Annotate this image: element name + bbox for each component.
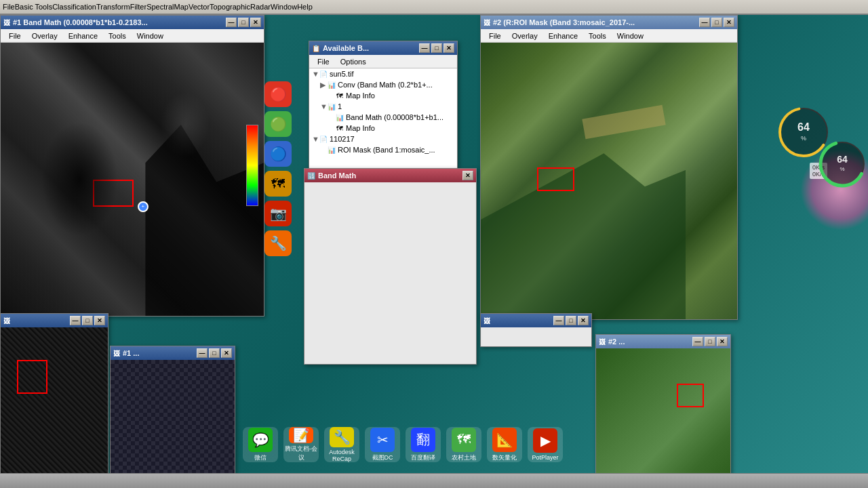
app-btn-4[interactable]: 🗺 [264,171,292,197]
menu-basic-tools[interactable]: Basic Tools [15,3,52,11]
roi-main-minimize[interactable]: — [699,18,710,27]
dock-wechat[interactable]: 💬 微信 [243,427,278,462]
envi-main-titlebar: 🖼 #1 Band Math (0.00008*b1*b1-0.2183... … [1,16,264,29]
roi-enhance[interactable]: Enhance [543,30,583,41]
satellite-color-image[interactable] [481,43,737,319]
menu-transform[interactable]: Transform [96,3,130,11]
sw2-minimize[interactable]: — [197,348,208,358]
left-app-buttons: 🔴 🟢 🔵 🗺 📷 🔧 [264,81,292,256]
dock-tencent-docs[interactable]: 📝 腾讯文档-会议 [283,427,319,462]
roi-window[interactable]: Window [612,30,649,41]
envi-enhance[interactable]: Enhance [63,30,103,41]
roi-overlay[interactable]: Overlay [507,30,543,41]
menu-map[interactable]: Map [174,3,189,11]
sw4-close[interactable]: ✕ [717,337,728,346]
tree-label-0: sun5.tif [330,70,353,78]
menu-radar[interactable]: Radar [250,3,271,11]
envi-window[interactable]: Window [132,30,169,41]
app-btn-5[interactable]: 📷 [264,201,292,226]
roi-tools[interactable]: Tools [583,30,612,41]
dock-data-tool[interactable]: 📐 数矢量化 [487,427,522,462]
map-icon-1: 🗺 [335,91,344,100]
selection-rectangle-3 [17,360,47,394]
app-btn-1[interactable]: 🔴 [264,81,292,107]
menu-classification[interactable]: Classification [52,3,96,11]
menu-filter[interactable]: Filter [130,3,146,11]
small-window-3-titlebar: 🖼 — □ ✕ [481,314,591,327]
band-math-close[interactable]: ✕ [462,171,473,180]
available-bands-minimize[interactable]: — [419,43,430,53]
tree-item-sun5[interactable]: ▼ 📄 sun5.tif [309,68,457,79]
menu-help[interactable]: Help [297,3,313,11]
band-icon-7: 📊 [327,145,336,155]
file-icon-6: 📄 [319,134,328,144]
envi-overlay[interactable]: Overlay [26,30,63,41]
dock-baidu-translate[interactable]: 翻 百度翻译 [406,427,441,462]
menu-file[interactable]: File [3,3,15,11]
maps-icon: 🗺 [452,428,476,452]
roi-main-close[interactable]: ✕ [724,18,734,27]
sw4-minimize[interactable]: — [692,337,703,346]
satellite-bw-image[interactable]: + [1,43,264,316]
small-window-2-controls: — □ ✕ [197,348,232,358]
app-btn-2[interactable]: 🟢 [264,111,292,137]
tree-item-bandmath[interactable]: 📊 Band Math (0.00008*b1+b1... [309,112,457,123]
tree-item-mapinfo-1[interactable]: 🗺 Map Info [309,90,457,101]
band-math-content [304,182,476,364]
sw2-close[interactable]: ✕ [221,348,232,358]
data-tool-label: 数矢量化 [492,453,517,462]
menu-spectral[interactable]: Spectral [146,3,174,11]
app-btn-6[interactable]: 🔧 [264,230,292,256]
sat-small-bw-image[interactable] [1,327,108,488]
available-bands-close[interactable]: ✕ [443,43,454,53]
dock-autodesk[interactable]: 🔧 Autodesk ReCap [324,427,359,462]
app-btn-3[interactable]: 🔵 [264,141,292,167]
sw2-maximize[interactable]: □ [209,348,220,358]
envi-main-menubar: File Overlay Enhance Tools Window [1,29,264,43]
available-bands-maximize[interactable]: □ [431,43,442,53]
tree-item-conv[interactable]: ▶ 📊 Conv (Band Math (0.2*b1+... [309,79,457,90]
small-window-2-titlebar: 🖼 #1 ... — □ ✕ [111,346,235,360]
tree-item-1[interactable]: ▼ 📊 1 [309,101,457,112]
screenshot-label: 截图DC [372,453,393,462]
envi-file[interactable]: File [3,30,26,41]
tree-label-2: Map Info [346,92,375,100]
sw1-minimize[interactable]: — [70,316,81,325]
roi-main-maximize[interactable]: □ [711,18,722,27]
app-icon-4: 🗺 [271,176,285,192]
tree-item-roimask[interactable]: 📊 ROI Mask (Band 1:mosaic_... [309,144,457,155]
color-ramp-legend [246,125,258,206]
band-icon-1: 📊 [327,80,336,89]
small-window-3: 🖼 — □ ✕ [480,313,592,347]
tree-item-mapinfo-2[interactable]: 🗺 Map Info [309,123,457,134]
envi-main-minimize[interactable]: — [226,18,237,27]
tree-item-110217[interactable]: ▼ 📄 110217 [309,134,457,144]
envi-main-window: 🖼 #1 Band Math (0.00008*b1*b1-0.2183... … [0,15,264,317]
roi-file[interactable]: File [484,30,507,41]
dock-potplayer[interactable]: ▶ PotPlayer [528,427,563,462]
small-window-2: 🖼 #1 ... — □ ✕ [110,346,235,488]
envi-tools[interactable]: Tools [103,30,132,41]
sw3-minimize[interactable]: — [553,316,564,325]
dock-maps[interactable]: 🗺 农村土地 [446,427,481,462]
menu-window[interactable]: Window [271,3,297,11]
envi-main-controls: — □ ✕ [226,18,261,27]
top-menubar: File Basic Tools Classification Transfor… [0,0,868,15]
sw3-close[interactable]: ✕ [578,316,589,325]
envi-main-maximize[interactable]: □ [238,18,249,27]
avail-options[interactable]: Options [335,56,372,67]
avail-file[interactable]: File [312,56,335,67]
band-math-title: Band Math [318,171,462,180]
small-window-4-controls: — □ ✕ [692,337,728,346]
dock-screenshot[interactable]: ✂ 截图DC [365,427,400,462]
envi-main-close[interactable]: ✕ [250,18,261,27]
sw3-maximize[interactable]: □ [566,316,576,325]
sw1-maximize[interactable]: □ [82,316,93,325]
available-bands-content[interactable]: ▼ 📄 sun5.tif ▶ 📊 Conv (Band Math (0.2*b1… [309,68,457,155]
menu-vector[interactable]: Vector [189,3,210,11]
sw1-close[interactable]: ✕ [94,316,105,325]
autodesk-label: Autodesk ReCap [324,449,359,462]
sat-small-pixelated-image[interactable] [111,360,235,487]
sw4-maximize[interactable]: □ [705,337,715,346]
menu-topographic[interactable]: Topographic [210,3,250,11]
